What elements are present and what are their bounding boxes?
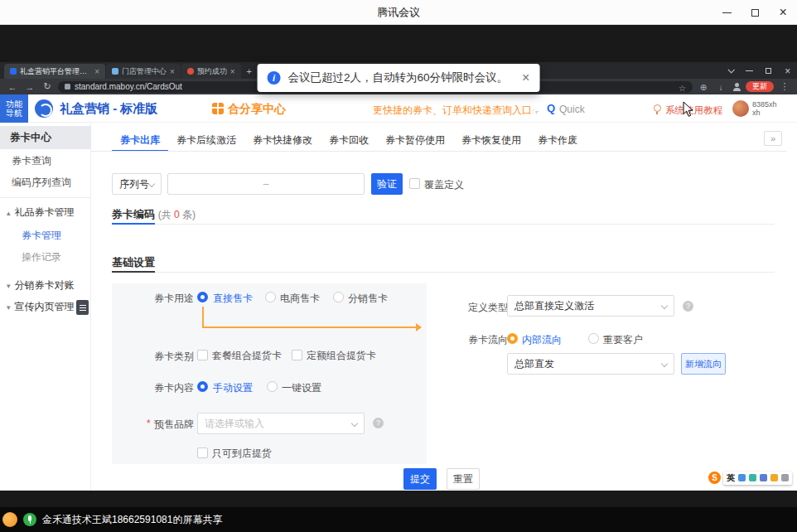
expand-panel-button[interactable] xyxy=(764,131,782,146)
usage-distribution-label[interactable]: 分销售卡 xyxy=(348,292,388,306)
browser-maximize-button[interactable] xyxy=(759,62,778,79)
section-divider xyxy=(112,272,775,273)
minimize-button[interactable] xyxy=(712,0,741,25)
category-package-label[interactable]: 套餐组合提货卡 xyxy=(212,349,282,363)
browser-tab-1[interactable]: 礼盒营销平台管理中心 xyxy=(4,64,105,79)
deftype-select[interactable]: 总部直接定义激活 xyxy=(507,295,674,317)
override-checkbox-label[interactable]: 覆盖定义 xyxy=(424,178,464,192)
category-package-checkbox[interactable] xyxy=(197,350,208,360)
tab-card-void[interactable]: 券卡作废 xyxy=(529,128,586,152)
sidebar-group-promotion[interactable]: 宣传内页管理 xyxy=(7,300,75,314)
new-tab-button[interactable] xyxy=(242,64,257,79)
store-only-checkbox[interactable] xyxy=(197,447,208,458)
flow-vip-radio[interactable] xyxy=(588,333,599,344)
browser-tab-3[interactable]: 预约成功 xyxy=(181,64,241,79)
flow-select-value: 总部直发 xyxy=(514,357,554,371)
usage-direct-label[interactable]: 直接售卡 xyxy=(213,292,253,306)
flow-vip-label[interactable]: 重要客户 xyxy=(603,333,643,347)
sidebar-item-card-query[interactable]: 券卡查询 xyxy=(12,154,51,168)
close-button[interactable] xyxy=(769,0,797,25)
browser-more-icon[interactable] xyxy=(778,81,791,92)
content-onekey-radio[interactable] xyxy=(267,381,278,392)
function-nav-toggle[interactable]: 功能 导航 xyxy=(0,94,28,123)
browser-update-button[interactable]: 更新 xyxy=(746,81,774,92)
flow-internal-label[interactable]: 内部流向 xyxy=(522,333,562,347)
content-manual-radio[interactable] xyxy=(197,381,208,392)
tab-card-recycle[interactable]: 券卡回收 xyxy=(321,128,377,152)
serial-range-input[interactable] xyxy=(167,173,365,195)
serial-select-value: 序列号 xyxy=(119,177,149,191)
tutorial-link[interactable]: 系统使用教程 xyxy=(665,104,722,117)
tab-close-icon[interactable] xyxy=(230,67,235,76)
flow-select[interactable]: 总部直发 xyxy=(507,353,674,375)
chevron-down-icon xyxy=(148,181,155,187)
quick-search-icon[interactable]: Q xyxy=(547,102,555,114)
tab-close-icon[interactable] xyxy=(94,67,99,76)
deftype-help-icon[interactable] xyxy=(683,301,693,312)
tab-card-activation[interactable]: 券卡后续激活 xyxy=(168,128,244,152)
meeting-window: 腾讯会议 礼盒营销平台管理中心 门店管理中心 xyxy=(0,0,797,532)
flow-internal-radio[interactable] xyxy=(507,333,518,344)
deftype-select-value: 总部直接定义激活 xyxy=(514,299,594,313)
sidebar-item-code-serial-query[interactable]: 编码序列查询 xyxy=(12,176,71,190)
share-center-link[interactable]: 合分享中心 xyxy=(228,102,286,117)
reset-button[interactable]: 重置 xyxy=(447,468,480,490)
back-icon[interactable] xyxy=(6,82,19,92)
user-avatar[interactable] xyxy=(732,100,749,117)
browser-close-button[interactable] xyxy=(778,62,797,79)
ime-language-label[interactable]: 英 xyxy=(727,472,735,484)
category-fixed-label[interactable]: 定额组合提货卡 xyxy=(307,349,376,363)
sidebar-group-distribution[interactable]: 分销券卡对账 xyxy=(7,278,75,293)
sidebar-item-card-management[interactable]: 券卡管理 xyxy=(22,229,61,243)
category-fixed-checkbox[interactable] xyxy=(292,350,302,360)
tab-card-outbound[interactable]: 券卡出库 xyxy=(112,128,168,152)
brand-help-icon[interactable] xyxy=(373,418,384,428)
share-mic-icon[interactable] xyxy=(23,513,36,526)
content-manual-label[interactable]: 手动设置 xyxy=(213,381,253,395)
browser-menu-button[interactable] xyxy=(721,62,740,79)
ime-mic-icon[interactable] xyxy=(738,474,746,481)
nav-toggle-line1: 功能 xyxy=(6,99,22,109)
usage-distribution-radio[interactable] xyxy=(333,292,344,302)
brand-label: 预售品牌 xyxy=(154,418,194,432)
bookmark-star-icon[interactable] xyxy=(679,80,686,94)
ime-keyboard-icon[interactable] xyxy=(760,474,767,481)
sidebar-group-gift-card[interactable]: 礼品券卡管理 xyxy=(7,206,75,220)
sidebar-item-operation-log[interactable]: 操作记录 xyxy=(22,250,61,264)
usage-ecommerce-radio[interactable] xyxy=(265,292,276,302)
ime-settings-icon[interactable] xyxy=(781,474,789,481)
forward-icon[interactable] xyxy=(23,82,36,92)
quick-search-label[interactable]: Quick xyxy=(559,104,585,115)
site-info-icon[interactable] xyxy=(65,84,70,89)
override-checkbox[interactable] xyxy=(409,178,420,189)
tab-card-pause[interactable]: 券卡暂停使用 xyxy=(377,128,453,152)
profile-icon[interactable] xyxy=(732,82,741,92)
browser-minimize-button[interactable] xyxy=(740,62,759,79)
add-flow-button[interactable]: 新增流向 xyxy=(681,353,726,375)
usage-direct-radio[interactable] xyxy=(197,292,208,302)
toast-close-button[interactable] xyxy=(522,70,529,85)
codes-count-value: 0 xyxy=(174,209,180,220)
sidebar-collapse-button[interactable] xyxy=(76,300,89,315)
usage-ecommerce-label[interactable]: 电商售卡 xyxy=(280,292,320,306)
tab-card-quick-edit[interactable]: 券卡快捷修改 xyxy=(244,128,321,152)
verify-button[interactable]: 验证 xyxy=(371,173,403,195)
reload-icon[interactable] xyxy=(41,81,54,92)
taskbar-avatar[interactable] xyxy=(2,512,17,527)
browser-tab-2[interactable]: 门店管理中心 xyxy=(106,64,181,79)
ime-emoji-icon[interactable] xyxy=(749,474,756,481)
ime-toolbox-icon[interactable] xyxy=(770,474,778,481)
content-onekey-label[interactable]: 一键设置 xyxy=(282,381,321,395)
ime-logo-icon[interactable]: S xyxy=(708,472,721,484)
serial-select[interactable]: 序列号 xyxy=(112,173,162,195)
zoom-icon[interactable] xyxy=(697,82,710,92)
maximize-button[interactable] xyxy=(741,0,769,25)
download-icon[interactable] xyxy=(714,82,727,92)
store-only-label[interactable]: 只可到店提货 xyxy=(212,447,272,461)
promo-link[interactable]: 更快捷的券卡、订单和快递查询入口 xyxy=(373,104,532,118)
tab-card-resume[interactable]: 券卡恢复使用 xyxy=(453,128,529,152)
submit-button[interactable]: 提交 xyxy=(403,468,437,490)
brand-select[interactable]: 请选择或输入 xyxy=(197,413,365,434)
tab-title: 预约成功 xyxy=(197,66,227,77)
tab-close-icon[interactable] xyxy=(170,67,175,76)
